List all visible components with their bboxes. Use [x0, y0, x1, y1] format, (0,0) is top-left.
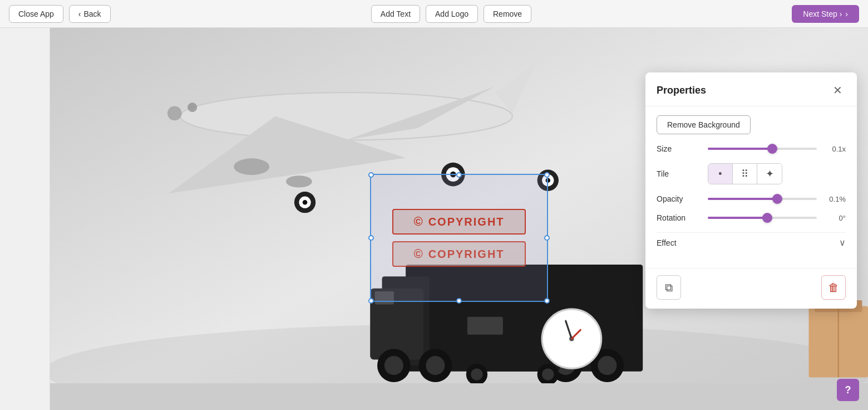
- close-app-button[interactable]: Close App: [9, 5, 63, 23]
- tile-options: • ⠿ ✦: [708, 163, 782, 184]
- left-sidebar: [0, 28, 50, 410]
- svg-point-18: [471, 368, 482, 380]
- resize-handle-bl[interactable]: [368, 298, 374, 304]
- rotation-slider-wrap: [708, 217, 817, 219]
- tile-grid-button[interactable]: ⠿: [733, 164, 757, 184]
- rotation-value: 0°: [823, 214, 846, 222]
- trash-icon: 🗑: [828, 281, 839, 294]
- resize-handle-bm[interactable]: [456, 298, 462, 304]
- tile-scatter-button[interactable]: ✦: [757, 164, 782, 184]
- copyright-text-2: COPYRIGHT: [428, 248, 505, 261]
- next-chevron-icon: ›: [845, 9, 848, 18]
- svg-point-29: [188, 102, 197, 112]
- remove-background-button[interactable]: Remove Background: [657, 115, 751, 134]
- svg-rect-16: [467, 317, 503, 335]
- tile-single-button[interactable]: •: [708, 164, 733, 184]
- opacity-slider[interactable]: [708, 198, 817, 200]
- rotation-row: Rotation 0°: [657, 213, 846, 222]
- panel-body: Remove Background Size 0.1x Tile • ⠿ ✦ O…: [645, 106, 857, 263]
- size-slider[interactable]: [708, 148, 817, 150]
- svg-point-8: [384, 356, 403, 375]
- effect-label: Effect: [657, 238, 677, 247]
- copyright-icon-1: ©: [413, 214, 423, 229]
- delete-button[interactable]: 🗑: [821, 275, 846, 300]
- back-button[interactable]: ‹ Back: [69, 5, 111, 23]
- remove-button[interactable]: Remove: [484, 5, 531, 23]
- rotation-slider[interactable]: [708, 217, 817, 219]
- add-logo-button[interactable]: Add Logo: [426, 5, 478, 23]
- svg-rect-46: [50, 383, 868, 410]
- effect-chevron-icon: ∨: [839, 237, 846, 248]
- copy-button[interactable]: ⧉: [657, 275, 681, 300]
- resize-handle-rm[interactable]: [544, 235, 550, 241]
- svg-point-28: [167, 106, 182, 121]
- opacity-label: Opacity: [657, 194, 701, 203]
- resize-handle-br[interactable]: [544, 298, 550, 304]
- toolbar-buttons: Add Text Add Logo Remove: [371, 5, 531, 23]
- next-step-button[interactable]: Next Step › ›: [792, 5, 859, 23]
- back-chevron-icon: ‹: [78, 9, 81, 18]
- add-text-button[interactable]: Add Text: [371, 5, 420, 23]
- opacity-value: 0.1%: [823, 195, 846, 203]
- svg-point-26: [234, 158, 269, 175]
- size-row: Size 0.1x: [657, 144, 846, 153]
- copyright-stamp-1: © COPYRIGHT: [392, 209, 526, 235]
- opacity-row: Opacity 0.1%: [657, 194, 846, 203]
- help-button[interactable]: ?: [837, 379, 859, 401]
- size-slider-wrap: [708, 148, 817, 150]
- properties-panel: Properties ✕ Remove Background Size 0.1x…: [645, 72, 857, 309]
- panel-footer: ⧉ 🗑: [645, 268, 857, 300]
- opacity-slider-wrap: [708, 198, 817, 200]
- tile-label: Tile: [657, 169, 701, 178]
- svg-point-14: [598, 356, 617, 375]
- copyright-text-1: COPYRIGHT: [428, 216, 505, 228]
- resize-handle-tm[interactable]: [456, 172, 462, 178]
- svg-point-10: [426, 356, 445, 375]
- svg-point-20: [542, 368, 554, 380]
- watermark-selection-box[interactable]: © COPYRIGHT © COPYRIGHT: [370, 174, 548, 302]
- copy-icon: ⧉: [665, 281, 673, 294]
- resize-handle-tr[interactable]: [544, 172, 550, 178]
- panel-title: Properties: [657, 85, 706, 96]
- copyright-stamp-2: © COPYRIGHT: [392, 241, 526, 267]
- size-value: 0.1x: [823, 145, 846, 153]
- rotation-label: Rotation: [657, 213, 701, 222]
- panel-header: Properties ✕: [645, 72, 857, 106]
- panel-close-button[interactable]: ✕: [830, 82, 846, 98]
- effect-row[interactable]: Effect ∨: [657, 232, 846, 252]
- svg-point-38: [303, 200, 308, 205]
- resize-handle-lm[interactable]: [368, 235, 374, 241]
- topbar: Close App ‹ Back Add Text Add Logo Remov…: [0, 0, 868, 28]
- help-label: ?: [845, 384, 851, 396]
- resize-handle-tl[interactable]: [368, 172, 374, 178]
- size-label: Size: [657, 144, 701, 153]
- copyright-icon-2: ©: [413, 247, 423, 261]
- svg-point-27: [286, 175, 312, 187]
- tile-row: Tile • ⠿ ✦: [657, 163, 846, 184]
